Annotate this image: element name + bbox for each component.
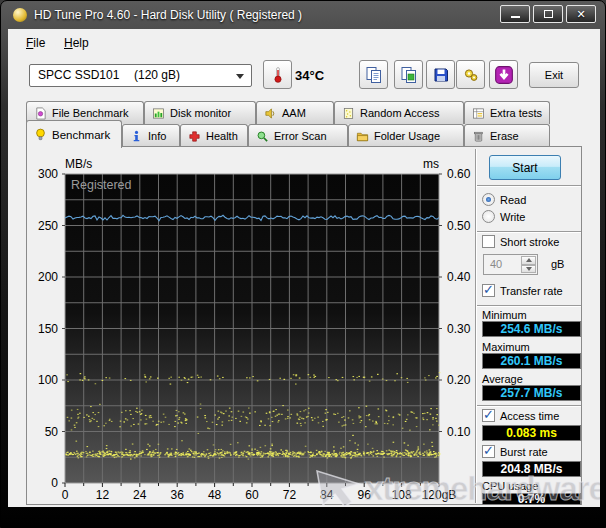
exit-label: Exit <box>545 69 563 81</box>
short-stroke-label: Short stroke <box>500 236 559 248</box>
drive-select[interactable]: SPCC SSD101 (120 gB) <box>29 64 252 87</box>
access-time-checkbox[interactable]: Access time <box>482 409 559 422</box>
maximize-icon <box>544 10 553 18</box>
svg-text:0: 0 <box>62 488 69 502</box>
checkbox-icon[interactable] <box>482 409 495 422</box>
short-stroke-checkbox[interactable]: Short stroke <box>482 235 559 248</box>
maximize-button[interactable] <box>533 5 563 23</box>
average-value: 257.7 MB/s <box>482 385 581 401</box>
svg-text:250: 250 <box>38 219 58 233</box>
magnifier-icon <box>256 130 269 143</box>
svg-text:0.20: 0.20 <box>447 373 471 387</box>
copy-image-button[interactable] <box>394 60 423 89</box>
start-label: Start <box>512 161 537 175</box>
read-radio[interactable]: Read <box>482 193 526 206</box>
trash-icon <box>472 130 485 143</box>
spin-up-button[interactable] <box>521 256 536 265</box>
thermometer-icon <box>269 66 287 84</box>
options-icon <box>462 66 480 84</box>
copy-text-button[interactable] <box>359 60 388 89</box>
close-icon: ✕ <box>576 8 585 21</box>
svg-text:0.30: 0.30 <box>447 322 471 336</box>
menu-help[interactable]: Help <box>59 34 94 52</box>
radio-icon[interactable] <box>482 193 495 206</box>
minimize-icon <box>511 16 520 18</box>
tab-label: Benchmark <box>52 129 110 141</box>
tab-label: File Benchmark <box>52 107 128 119</box>
checkbox-icon[interactable] <box>482 445 495 458</box>
window-title: HD Tune Pro 4.60 - Hard Disk Utility ( R… <box>34 8 302 22</box>
radio-icon[interactable] <box>482 210 495 223</box>
tab-random-access[interactable]: Random Access <box>334 101 464 124</box>
tab-disk-monitor[interactable]: Disk monitor <box>144 101 256 124</box>
svg-text:24: 24 <box>133 488 147 502</box>
svg-text:12: 12 <box>96 488 110 502</box>
exit-button[interactable]: Exit <box>529 62 579 88</box>
title-bar[interactable]: HD Tune Pro 4.60 - Hard Disk Utility ( R… <box>1 1 605 29</box>
svg-text:36: 36 <box>171 488 185 502</box>
folder-icon <box>356 130 369 143</box>
tab-benchmark[interactable]: Benchmark <box>26 120 122 148</box>
svg-text:84: 84 <box>320 488 334 502</box>
extra-tests-icon <box>472 107 485 120</box>
capacity-stepper[interactable]: 40 <box>483 254 538 275</box>
burst-rate-value: 204.8 MB/s <box>482 461 581 477</box>
download-button[interactable] <box>489 60 518 89</box>
arrow-down-icon <box>526 267 532 271</box>
app-window: HD Tune Pro 4.60 - Hard Disk Utility ( R… <box>0 0 606 528</box>
start-button[interactable]: Start <box>489 155 561 180</box>
svg-text:200: 200 <box>38 270 58 284</box>
close-button[interactable]: ✕ <box>566 5 596 23</box>
svg-text:50: 50 <box>45 425 59 439</box>
tab-health[interactable]: Health <box>180 124 248 147</box>
tab-label: AAM <box>282 107 306 119</box>
tab-aam[interactable]: AAM <box>256 101 334 124</box>
svg-text:120gB: 120gB <box>422 488 457 502</box>
spin-down-button[interactable] <box>521 265 536 274</box>
copy-image-icon <box>400 66 418 84</box>
svg-text:108: 108 <box>392 488 412 502</box>
copy-text-icon <box>365 66 383 84</box>
panel-separator <box>475 149 477 503</box>
svg-text:60: 60 <box>245 488 259 502</box>
checkbox-icon[interactable] <box>482 284 495 297</box>
info-icon <box>130 130 143 143</box>
divider <box>477 231 581 233</box>
cpu-usage-label: CPU usage <box>482 480 538 492</box>
tab-extra-tests[interactable]: Extra tests <box>464 101 550 124</box>
minimize-button[interactable] <box>500 5 530 23</box>
svg-text:96: 96 <box>358 488 372 502</box>
temperature-value: 34°C <box>295 68 324 83</box>
minimum-value: 254.6 MB/s <box>482 321 581 337</box>
options-button[interactable] <box>456 60 485 89</box>
save-button[interactable] <box>426 60 455 89</box>
tab-info[interactable]: Info <box>122 124 180 147</box>
menu-file[interactable]: File <box>21 34 50 52</box>
svg-text:0.10: 0.10 <box>447 425 471 439</box>
write-label: Write <box>500 211 525 223</box>
drive-name: SPCC SSD101 <box>38 68 119 82</box>
divider <box>477 305 581 307</box>
tab-label: Extra tests <box>490 107 542 119</box>
svg-text:48: 48 <box>208 488 222 502</box>
tab-error-scan[interactable]: Error Scan <box>248 124 348 147</box>
burst-rate-checkbox[interactable]: Burst rate <box>482 445 548 458</box>
write-radio[interactable]: Write <box>482 210 525 223</box>
svg-text:150: 150 <box>38 322 58 336</box>
burst-rate-label: Burst rate <box>500 446 548 458</box>
file-benchmark-icon <box>34 107 47 120</box>
read-label: Read <box>500 194 526 206</box>
tab-folder-usage[interactable]: Folder Usage <box>348 124 464 147</box>
svg-text:0.50: 0.50 <box>447 219 471 233</box>
svg-text:ms: ms <box>423 157 439 171</box>
tab-label: Health <box>206 130 238 142</box>
capacity-value: 40 <box>490 258 502 270</box>
transfer-rate-checkbox[interactable]: Transfer rate <box>482 284 563 297</box>
checkbox-icon[interactable] <box>482 235 495 248</box>
maximum-label: Maximum <box>482 341 530 353</box>
cpu-usage-value: 0.7% <box>482 493 581 505</box>
svg-text:MB/s: MB/s <box>65 157 92 171</box>
temperature-button[interactable] <box>263 60 292 89</box>
capacity-unit: gB <box>551 258 564 270</box>
tab-erase[interactable]: Erase <box>464 124 550 147</box>
